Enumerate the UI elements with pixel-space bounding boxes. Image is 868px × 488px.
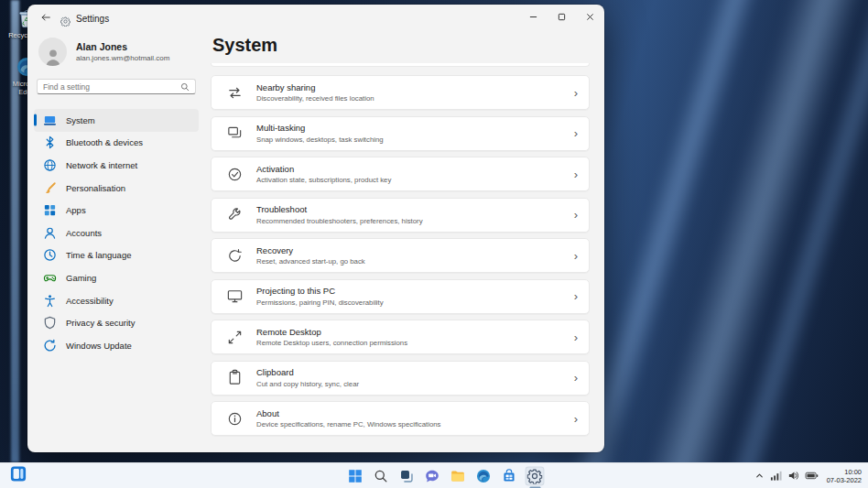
start-taskbar-button[interactable]	[346, 466, 365, 485]
user-email: alan.jones.wm@hotmail.com	[76, 54, 169, 62]
settings-app-icon	[60, 14, 71, 24]
chevron-right-icon: ›	[574, 413, 578, 425]
bluetooth-icon	[43, 136, 57, 149]
card-subtitle: Recommended troubleshooters, preferences…	[256, 217, 423, 225]
edge-icon	[476, 468, 492, 483]
window-controls	[519, 5, 604, 28]
sidebar-item-label: Time & language	[66, 250, 131, 260]
sidebar-item-label: Gaming	[66, 273, 96, 283]
taskbar-center	[346, 466, 545, 485]
sidebar-item-privacy-security[interactable]: Privacy & security	[34, 311, 199, 334]
maximize-button[interactable]	[548, 5, 576, 28]
system-icon	[43, 114, 57, 127]
settings-card-clipboard[interactable]: Clipboard Cut and copy history, sync, cl…	[211, 361, 590, 396]
search-icon	[180, 82, 190, 92]
task-view-icon	[399, 468, 415, 483]
sidebar-item-label: Network & internet	[66, 160, 137, 170]
sidebar-item-windows-update[interactable]: Windows Update	[34, 334, 199, 357]
chevron-right-icon: ›	[574, 209, 578, 221]
nearby-sharing-icon	[226, 84, 244, 102]
settings-gear-taskbar-button[interactable]	[526, 466, 545, 485]
sidebar-item-accounts[interactable]: Accounts	[34, 222, 199, 244]
network-tray-icon[interactable]	[770, 470, 782, 482]
sidebar-item-bluetooth-devices[interactable]: Bluetooth & devices	[34, 132, 199, 155]
store-taskbar-button[interactable]	[500, 466, 519, 485]
card-text: Activation Activation state, subscriptio…	[256, 164, 391, 185]
accounts-icon	[43, 226, 57, 240]
card-text: Nearby sharing Discoverability, received…	[256, 82, 374, 103]
settings-card-activation[interactable]: Activation Activation state, subscriptio…	[211, 157, 590, 191]
apps-icon	[43, 203, 57, 217]
card-title: Nearby sharing	[256, 82, 374, 92]
sidebar-item-label: Bluetooth & devices	[66, 137, 143, 147]
card-text: Clipboard Cut and copy history, sync, cl…	[256, 367, 359, 388]
settings-card-nearby-sharing[interactable]: Nearby sharing Discoverability, received…	[211, 75, 590, 110]
sidebar-item-label: Personalisation	[66, 183, 125, 193]
maximize-icon	[558, 8, 566, 25]
taskbar-clock[interactable]: 10:00 07-03-2022	[827, 468, 862, 484]
about-icon	[226, 410, 244, 428]
edge-taskbar-button[interactable]	[474, 466, 494, 485]
accessibility-icon	[43, 294, 57, 308]
volume-tray-icon[interactable]	[787, 470, 799, 482]
clipboard-icon	[226, 369, 244, 386]
sidebar-item-label: Accessibility	[66, 296, 114, 306]
start-icon	[348, 468, 363, 483]
card-title: Recovery	[256, 245, 365, 255]
settings-gear-icon	[527, 468, 543, 483]
sidebar-item-personalisation[interactable]: Personalisation	[34, 177, 199, 200]
settings-card-troubleshoot[interactable]: Troubleshoot Recommended troubleshooters…	[211, 198, 590, 233]
sidebar-item-label: System	[66, 115, 95, 125]
troubleshoot-icon	[226, 206, 244, 223]
chevron-right-icon: ›	[574, 250, 578, 262]
partial-card[interactable]	[211, 63, 590, 67]
sidebar-item-label: Accounts	[66, 228, 102, 238]
settings-card-recovery[interactable]: Recovery Reset, advanced start-up, go ba…	[211, 238, 590, 273]
chevron-right-icon: ›	[574, 168, 578, 180]
taskbar-search-taskbar-button[interactable]	[372, 466, 391, 485]
task-view-taskbar-button[interactable]	[397, 466, 417, 485]
chat-icon	[425, 468, 440, 483]
minimize-button[interactable]	[519, 5, 548, 28]
chat-taskbar-button[interactable]	[423, 466, 442, 485]
search-box	[37, 79, 196, 94]
tray-icons	[754, 470, 819, 482]
card-text: About Device specifications, rename PC, …	[256, 408, 441, 429]
user-profile[interactable]: Alan Jones alan.jones.wm@hotmail.com	[27, 34, 205, 79]
clock-date: 07-03-2022	[827, 476, 862, 484]
card-subtitle: Snap windows, desktops, task switching	[256, 136, 384, 144]
sidebar-item-gaming[interactable]: Gaming	[34, 266, 199, 289]
window-titlebar[interactable]: Settings	[27, 5, 604, 32]
content-pane: System Nearby sharing Discoverability, r…	[205, 32, 604, 452]
card-title: About	[256, 408, 441, 418]
sidebar-item-apps[interactable]: Apps	[34, 199, 199, 222]
card-title: Projecting to this PC	[256, 286, 384, 296]
search-input[interactable]	[43, 82, 180, 92]
card-subtitle: Reset, advanced start-up, go back	[256, 257, 365, 266]
file-explorer-taskbar-button[interactable]	[449, 466, 468, 485]
back-arrow-icon	[40, 10, 51, 27]
remote-desktop-icon	[226, 329, 244, 346]
battery-tray-icon[interactable]	[805, 471, 819, 481]
settings-card-about[interactable]: About Device specifications, rename PC, …	[211, 401, 590, 436]
profile-text: Alan Jones alan.jones.wm@hotmail.com	[76, 41, 169, 62]
back-button[interactable]	[33, 7, 59, 29]
sidebar-item-network-internet[interactable]: Network & internet	[34, 154, 199, 177]
chevron-right-icon: ›	[574, 372, 578, 384]
taskbar: 10:00 07-03-2022	[0, 462, 868, 488]
sidebar-item-time-language[interactable]: Time & language	[34, 244, 199, 267]
tray-chevron-icon[interactable]	[754, 471, 765, 481]
card-text: Projecting to this PC Permissions, pairi…	[256, 286, 384, 307]
card-subtitle: Remote Desktop users, connection permiss…	[256, 339, 407, 347]
close-icon	[586, 8, 594, 25]
settings-card-remote-desktop[interactable]: Remote Desktop Remote Desktop users, con…	[211, 320, 590, 354]
close-button[interactable]	[576, 5, 604, 28]
settings-card-multi-tasking[interactable]: Multi-tasking Snap windows, desktops, ta…	[211, 116, 590, 151]
sidebar-item-accessibility[interactable]: Accessibility	[34, 289, 199, 312]
sidebar-item-label: Windows Update	[66, 341, 132, 351]
chevron-right-icon: ›	[574, 87, 578, 99]
sidebar-item-system[interactable]: System	[34, 109, 199, 132]
card-subtitle: Activation state, subscriptions, product…	[256, 176, 391, 184]
settings-card-projecting-to-this-pc[interactable]: Projecting to this PC Permissions, pairi…	[211, 279, 590, 314]
widgets-button[interactable]	[9, 467, 27, 484]
